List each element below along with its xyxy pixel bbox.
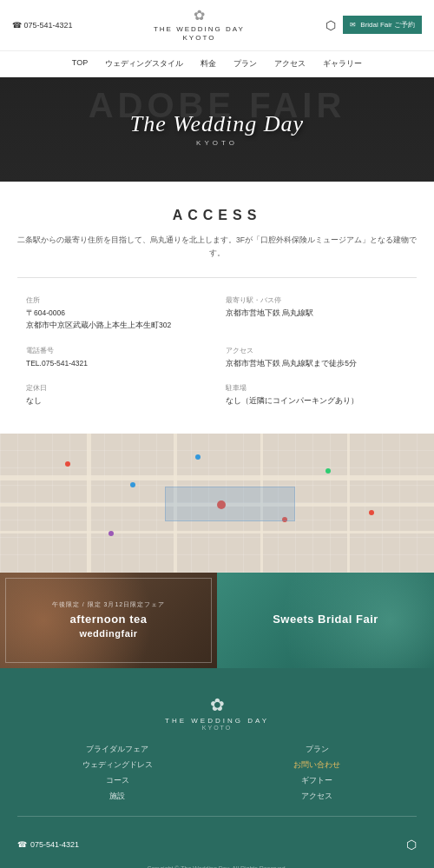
footer-divider [17, 816, 417, 817]
nav-wedding-style[interactable]: ウェディングスタイル [105, 58, 183, 70]
footer-instagram-icon[interactable] [406, 838, 417, 851]
map-highlight-area [165, 487, 295, 521]
nav-top[interactable]: TOP [72, 58, 88, 70]
access-item-directions: アクセス 京都市営地下鉄 烏丸線駅まで徒歩5分 [226, 346, 408, 370]
access-value-address: 〒604-0006京都市中京区武蔵小路上本生上本生町302 [26, 308, 208, 331]
access-value-tel: TEL.075-541-4321 [26, 358, 208, 370]
promo-right-content: Sweets Bridal Fair [264, 604, 387, 636]
map-dot-2 [130, 482, 135, 487]
logo-text-sub: KYOTO [154, 34, 245, 43]
header-phone: 075-541-4321 [12, 21, 73, 30]
promo-left-tag: 午後限定 / 限定 3月12日限定フェア [52, 600, 165, 609]
access-item-tel: 電話番号 TEL.075-541-4321 [26, 346, 208, 370]
footer-nav-wedding-dress[interactable]: ウェディングドレス [17, 760, 217, 771]
promo-left-title: afternoon tea [52, 613, 165, 627]
logo-flower-icon: ✿ [154, 7, 245, 23]
footer-nav-col-left: ブライダルフェア ウェディングドレス コース 施設 [17, 745, 217, 802]
footer-logo-sub: KYOTO [17, 725, 417, 731]
footer-phone: 075-541-4321 [17, 840, 79, 849]
cta-label: Bridal Fair ご予約 [360, 20, 415, 30]
footer-nav: ブライダルフェア ウェディングドレス コース 施設 プラン お問い合わせ ギフト… [17, 745, 417, 802]
map-dot-5 [108, 531, 114, 536]
nav-plan[interactable]: プラン [233, 58, 257, 70]
promo-card-afternoon-tea[interactable]: 午後限定 / 限定 3月12日限定フェア afternoon tea weddi… [0, 573, 217, 668]
promo-right-title: Sweets Bridal Fair [273, 613, 378, 627]
phone-icon [12, 21, 22, 30]
access-section: ACCESS 二条駅からの最寄り住所を目指して、烏丸通りを北上します。3Fが「口… [0, 182, 434, 434]
envelope-icon [350, 21, 356, 29]
footer-copyright: Copyright © The Wedding Day. All Rights … [17, 858, 417, 868]
access-value-directions: 京都市営地下鉄 烏丸線駅まで徒歩5分 [226, 358, 408, 370]
footer-logo-text: THE WEDDING DAY [17, 717, 417, 725]
hero-subtitle: KYOTO [130, 139, 304, 147]
header-right: Bridal Fair ご予約 [326, 16, 422, 34]
access-item-closed: 定休日 なし [26, 383, 208, 407]
access-label-station: 最寄り駅・バス停 [226, 295, 408, 305]
access-label-closed: 定休日 [26, 383, 208, 393]
map-dot-1 [65, 461, 70, 467]
access-label-address: 住所 [26, 295, 208, 305]
header-logo: ✿ THE WEDDING DAY KYOTO [154, 7, 245, 43]
access-label-parking: 駐車場 [226, 383, 408, 393]
footer-phone-icon [17, 840, 27, 849]
footer-nav-course[interactable]: コース [17, 776, 217, 786]
nav-price[interactable]: 料金 [201, 58, 216, 70]
instagram-icon[interactable] [326, 18, 336, 32]
footer-nav-access[interactable]: アクセス [217, 792, 417, 802]
access-label-directions: アクセス [226, 346, 408, 355]
promo-left-content: 午後限定 / 限定 3月12日限定フェア afternoon tea weddi… [43, 592, 174, 648]
footer-logo: THE WEDDING DAY KYOTO [17, 694, 417, 731]
map-dot-6 [369, 510, 374, 515]
promo-section: 午後限定 / 限定 3月12日限定フェア afternoon tea weddi… [0, 573, 434, 668]
access-item-parking: 駐車場 なし（近隣にコインパーキングあり） [226, 383, 408, 407]
access-divider [17, 277, 417, 278]
access-title: ACCESS [17, 208, 417, 223]
access-item-station: 最寄り駅・バス停 京都市営地下鉄 烏丸線駅 [226, 295, 408, 331]
access-value-closed: なし [26, 395, 208, 407]
access-grid: 住所 〒604-0006京都市中京区武蔵小路上本生上本生町302 最寄り駅・バス… [17, 295, 417, 407]
map-dot-7 [195, 454, 201, 460]
hero-section: Adobe Fair The Wedding Day KYOTO [0, 77, 434, 182]
hero-text: The Wedding Day KYOTO [130, 111, 304, 147]
footer-phone-number: 075-541-4321 [30, 840, 79, 849]
access-value-parking: なし（近隣にコインパーキングあり） [226, 395, 408, 407]
map-container[interactable] [0, 434, 434, 573]
access-label-tel: 電話番号 [26, 346, 208, 355]
access-value-station: 京都市営地下鉄 烏丸線駅 [226, 308, 408, 320]
map-inner [0, 434, 434, 573]
logo-text-main: THE WEDDING DAY [154, 25, 245, 34]
footer-logo-icon [17, 694, 417, 715]
footer-nav-gift[interactable]: ギフトー [217, 776, 417, 786]
access-description: 二条駅からの最寄り住所を目指して、烏丸通りを北上します。3Fが「口腔外科保険ルミ… [17, 234, 417, 261]
hero-title: The Wedding Day [130, 111, 304, 137]
footer-nav-plan[interactable]: プラン [217, 745, 417, 755]
promo-card-sweets-bridal[interactable]: Sweets Bridal Fair [217, 573, 434, 668]
access-item-address: 住所 〒604-0006京都市中京区武蔵小路上本生上本生町302 [26, 295, 208, 331]
header: 075-541-4321 ✿ THE WEDDING DAY KYOTO Bri… [0, 0, 434, 51]
main-nav: TOP ウェディングスタイル 料金 プラン アクセス ギャラリー [0, 51, 434, 77]
footer-bottom: 075-541-4321 [17, 831, 417, 858]
footer-nav-contact[interactable]: お問い合わせ [217, 760, 417, 771]
phone-number: 075-541-4321 [24, 21, 73, 30]
footer: THE WEDDING DAY KYOTO ブライダルフェア ウェディングドレス… [0, 668, 434, 868]
footer-nav-col-right: プラン お問い合わせ ギフトー アクセス [217, 745, 417, 802]
nav-gallery[interactable]: ギャラリー [323, 58, 362, 70]
promo-left-title2: weddingfair [52, 627, 165, 639]
map-dot-4 [326, 468, 331, 474]
footer-nav-facility[interactable]: 施設 [17, 792, 217, 802]
bridal-fair-cta-button[interactable]: Bridal Fair ご予約 [343, 16, 422, 34]
footer-nav-bridal-fair[interactable]: ブライダルフェア [17, 745, 217, 755]
nav-access[interactable]: アクセス [274, 58, 306, 70]
